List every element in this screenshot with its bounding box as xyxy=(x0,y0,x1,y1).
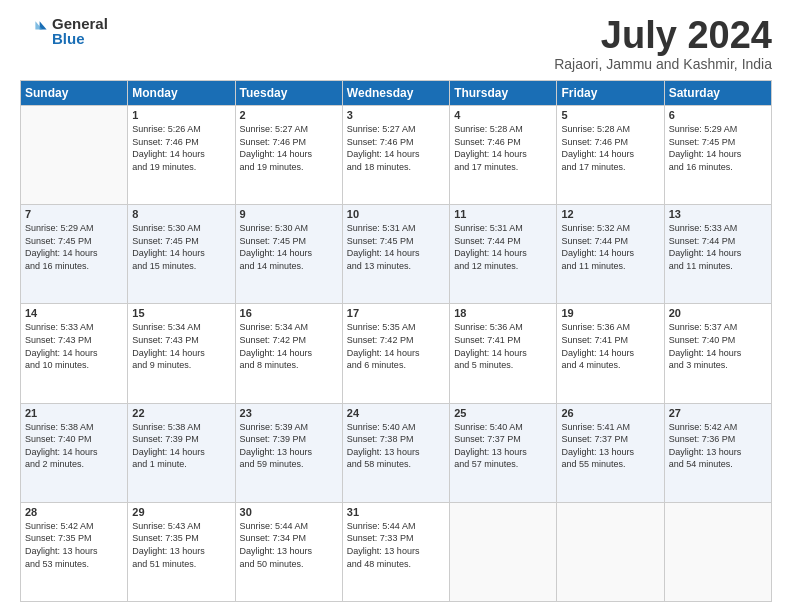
table-row: 16Sunrise: 5:34 AM Sunset: 7:42 PM Dayli… xyxy=(235,304,342,403)
day-number: 6 xyxy=(669,109,767,121)
day-number: 22 xyxy=(132,407,230,419)
logo-icon xyxy=(20,17,48,45)
table-row: 28Sunrise: 5:42 AM Sunset: 7:35 PM Dayli… xyxy=(21,502,128,601)
table-row xyxy=(664,502,771,601)
table-row: 7Sunrise: 5:29 AM Sunset: 7:45 PM Daylig… xyxy=(21,205,128,304)
day-number: 21 xyxy=(25,407,123,419)
logo-text: General Blue xyxy=(52,16,108,46)
day-number: 4 xyxy=(454,109,552,121)
table-row: 22Sunrise: 5:38 AM Sunset: 7:39 PM Dayli… xyxy=(128,403,235,502)
day-info: Sunrise: 5:26 AM Sunset: 7:46 PM Dayligh… xyxy=(132,123,230,173)
day-info: Sunrise: 5:28 AM Sunset: 7:46 PM Dayligh… xyxy=(454,123,552,173)
day-info: Sunrise: 5:36 AM Sunset: 7:41 PM Dayligh… xyxy=(561,321,659,371)
table-row: 20Sunrise: 5:37 AM Sunset: 7:40 PM Dayli… xyxy=(664,304,771,403)
day-number: 12 xyxy=(561,208,659,220)
day-info: Sunrise: 5:33 AM Sunset: 7:43 PM Dayligh… xyxy=(25,321,123,371)
table-row: 9Sunrise: 5:30 AM Sunset: 7:45 PM Daylig… xyxy=(235,205,342,304)
header-saturday: Saturday xyxy=(664,81,771,106)
day-number: 24 xyxy=(347,407,445,419)
day-info: Sunrise: 5:43 AM Sunset: 7:35 PM Dayligh… xyxy=(132,520,230,570)
day-info: Sunrise: 5:40 AM Sunset: 7:38 PM Dayligh… xyxy=(347,421,445,471)
table-row: 25Sunrise: 5:40 AM Sunset: 7:37 PM Dayli… xyxy=(450,403,557,502)
day-info: Sunrise: 5:36 AM Sunset: 7:41 PM Dayligh… xyxy=(454,321,552,371)
day-info: Sunrise: 5:34 AM Sunset: 7:43 PM Dayligh… xyxy=(132,321,230,371)
day-number: 13 xyxy=(669,208,767,220)
table-row: 26Sunrise: 5:41 AM Sunset: 7:37 PM Dayli… xyxy=(557,403,664,502)
day-info: Sunrise: 5:39 AM Sunset: 7:39 PM Dayligh… xyxy=(240,421,338,471)
day-info: Sunrise: 5:38 AM Sunset: 7:39 PM Dayligh… xyxy=(132,421,230,471)
header-monday: Monday xyxy=(128,81,235,106)
header-wednesday: Wednesday xyxy=(342,81,449,106)
day-number: 23 xyxy=(240,407,338,419)
day-number: 5 xyxy=(561,109,659,121)
page: General Blue July 2024 Rajaori, Jammu an… xyxy=(0,0,792,612)
day-info: Sunrise: 5:30 AM Sunset: 7:45 PM Dayligh… xyxy=(132,222,230,272)
day-info: Sunrise: 5:33 AM Sunset: 7:44 PM Dayligh… xyxy=(669,222,767,272)
day-info: Sunrise: 5:29 AM Sunset: 7:45 PM Dayligh… xyxy=(25,222,123,272)
day-number: 17 xyxy=(347,307,445,319)
day-info: Sunrise: 5:40 AM Sunset: 7:37 PM Dayligh… xyxy=(454,421,552,471)
day-info: Sunrise: 5:34 AM Sunset: 7:42 PM Dayligh… xyxy=(240,321,338,371)
header-thursday: Thursday xyxy=(450,81,557,106)
day-number: 11 xyxy=(454,208,552,220)
table-row: 15Sunrise: 5:34 AM Sunset: 7:43 PM Dayli… xyxy=(128,304,235,403)
day-info: Sunrise: 5:37 AM Sunset: 7:40 PM Dayligh… xyxy=(669,321,767,371)
table-row: 2Sunrise: 5:27 AM Sunset: 7:46 PM Daylig… xyxy=(235,106,342,205)
table-row: 5Sunrise: 5:28 AM Sunset: 7:46 PM Daylig… xyxy=(557,106,664,205)
header-sunday: Sunday xyxy=(21,81,128,106)
title-block: July 2024 Rajaori, Jammu and Kashmir, In… xyxy=(554,16,772,72)
table-row: 10Sunrise: 5:31 AM Sunset: 7:45 PM Dayli… xyxy=(342,205,449,304)
day-number: 16 xyxy=(240,307,338,319)
day-number: 31 xyxy=(347,506,445,518)
day-info: Sunrise: 5:31 AM Sunset: 7:45 PM Dayligh… xyxy=(347,222,445,272)
table-row: 23Sunrise: 5:39 AM Sunset: 7:39 PM Dayli… xyxy=(235,403,342,502)
header-tuesday: Tuesday xyxy=(235,81,342,106)
day-info: Sunrise: 5:32 AM Sunset: 7:44 PM Dayligh… xyxy=(561,222,659,272)
table-row: 13Sunrise: 5:33 AM Sunset: 7:44 PM Dayli… xyxy=(664,205,771,304)
day-number: 14 xyxy=(25,307,123,319)
day-info: Sunrise: 5:30 AM Sunset: 7:45 PM Dayligh… xyxy=(240,222,338,272)
table-row: 1Sunrise: 5:26 AM Sunset: 7:46 PM Daylig… xyxy=(128,106,235,205)
day-info: Sunrise: 5:44 AM Sunset: 7:34 PM Dayligh… xyxy=(240,520,338,570)
day-info: Sunrise: 5:27 AM Sunset: 7:46 PM Dayligh… xyxy=(240,123,338,173)
day-info: Sunrise: 5:44 AM Sunset: 7:33 PM Dayligh… xyxy=(347,520,445,570)
day-info: Sunrise: 5:42 AM Sunset: 7:35 PM Dayligh… xyxy=(25,520,123,570)
day-number: 3 xyxy=(347,109,445,121)
month-title: July 2024 xyxy=(554,16,772,54)
day-number: 19 xyxy=(561,307,659,319)
day-number: 29 xyxy=(132,506,230,518)
day-number: 8 xyxy=(132,208,230,220)
day-number: 27 xyxy=(669,407,767,419)
calendar-header-row: Sunday Monday Tuesday Wednesday Thursday… xyxy=(21,81,772,106)
header: General Blue July 2024 Rajaori, Jammu an… xyxy=(20,16,772,72)
day-number: 26 xyxy=(561,407,659,419)
day-number: 7 xyxy=(25,208,123,220)
day-number: 15 xyxy=(132,307,230,319)
day-info: Sunrise: 5:27 AM Sunset: 7:46 PM Dayligh… xyxy=(347,123,445,173)
day-info: Sunrise: 5:28 AM Sunset: 7:46 PM Dayligh… xyxy=(561,123,659,173)
day-info: Sunrise: 5:38 AM Sunset: 7:40 PM Dayligh… xyxy=(25,421,123,471)
day-number: 20 xyxy=(669,307,767,319)
table-row: 27Sunrise: 5:42 AM Sunset: 7:36 PM Dayli… xyxy=(664,403,771,502)
day-number: 25 xyxy=(454,407,552,419)
table-row xyxy=(557,502,664,601)
table-row: 19Sunrise: 5:36 AM Sunset: 7:41 PM Dayli… xyxy=(557,304,664,403)
logo-general-text: General xyxy=(52,16,108,31)
day-info: Sunrise: 5:42 AM Sunset: 7:36 PM Dayligh… xyxy=(669,421,767,471)
day-number: 28 xyxy=(25,506,123,518)
table-row: 31Sunrise: 5:44 AM Sunset: 7:33 PM Dayli… xyxy=(342,502,449,601)
day-info: Sunrise: 5:41 AM Sunset: 7:37 PM Dayligh… xyxy=(561,421,659,471)
table-row: 29Sunrise: 5:43 AM Sunset: 7:35 PM Dayli… xyxy=(128,502,235,601)
table-row xyxy=(450,502,557,601)
table-row: 11Sunrise: 5:31 AM Sunset: 7:44 PM Dayli… xyxy=(450,205,557,304)
table-row xyxy=(21,106,128,205)
table-row: 4Sunrise: 5:28 AM Sunset: 7:46 PM Daylig… xyxy=(450,106,557,205)
day-info: Sunrise: 5:35 AM Sunset: 7:42 PM Dayligh… xyxy=(347,321,445,371)
table-row: 12Sunrise: 5:32 AM Sunset: 7:44 PM Dayli… xyxy=(557,205,664,304)
calendar-table: Sunday Monday Tuesday Wednesday Thursday… xyxy=(20,80,772,602)
day-number: 18 xyxy=(454,307,552,319)
table-row: 3Sunrise: 5:27 AM Sunset: 7:46 PM Daylig… xyxy=(342,106,449,205)
table-row: 24Sunrise: 5:40 AM Sunset: 7:38 PM Dayli… xyxy=(342,403,449,502)
table-row: 6Sunrise: 5:29 AM Sunset: 7:45 PM Daylig… xyxy=(664,106,771,205)
table-row: 18Sunrise: 5:36 AM Sunset: 7:41 PM Dayli… xyxy=(450,304,557,403)
